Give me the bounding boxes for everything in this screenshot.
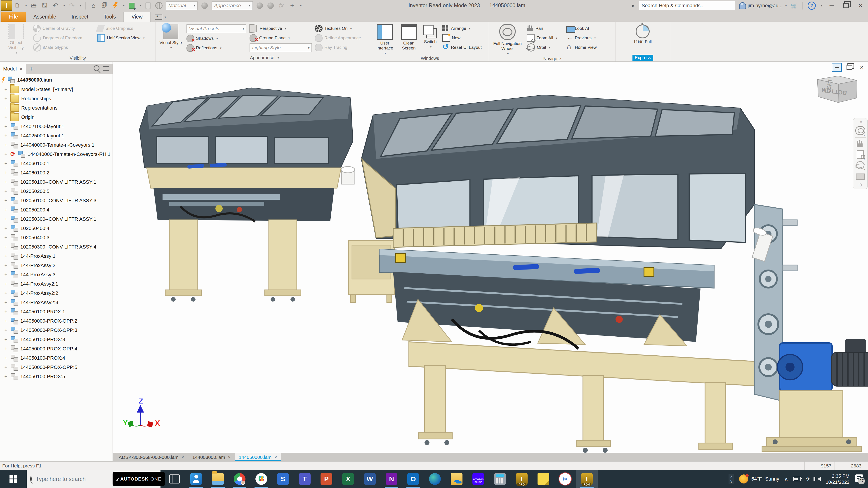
express-lightning-icon[interactable] xyxy=(112,2,119,9)
perspective-button[interactable]: Perspective▾ xyxy=(250,24,312,33)
weather-widget[interactable]: 64°F Sunny xyxy=(739,475,779,484)
expander-icon[interactable] xyxy=(4,124,8,129)
new-window-button[interactable]: New xyxy=(442,34,487,42)
new-file-icon[interactable] xyxy=(13,2,21,9)
expander-icon[interactable] xyxy=(4,337,8,343)
save-icon[interactable] xyxy=(41,2,49,9)
tree-root-item[interactable]: 144050000.iam xyxy=(1,75,113,85)
add-qat-icon[interactable]: + xyxy=(288,2,296,9)
snipping-tool-app[interactable]: ✂ xyxy=(554,470,576,488)
taskbar-search[interactable]: AUTODESKONE xyxy=(27,470,160,488)
ray-tracing-button[interactable]: Ray Tracing xyxy=(315,43,369,52)
expander-icon[interactable] xyxy=(4,142,8,148)
expander-icon[interactable] xyxy=(4,151,8,157)
powerpoint-app[interactable]: P xyxy=(315,470,337,488)
snagit-app[interactable]: S xyxy=(272,470,294,488)
battery-icon[interactable] xyxy=(793,477,801,481)
navbar-zoom-icon[interactable]: ▾ xyxy=(855,150,865,159)
tab-file[interactable]: File xyxy=(1,12,26,22)
app-close-button[interactable]: × xyxy=(855,1,866,10)
visual-presets-select[interactable]: Visual Presets▾ xyxy=(186,24,246,33)
material-dropdown[interactable]: Material▾ xyxy=(166,1,198,10)
expander-icon[interactable] xyxy=(4,272,8,278)
autodesk-one-badge[interactable]: AUTODESKONE xyxy=(113,472,165,486)
pan-button[interactable]: Pan xyxy=(527,24,563,33)
reflections-button[interactable]: Reflections▾ xyxy=(186,44,246,52)
navbar-orbit-icon[interactable]: ▾ xyxy=(855,161,865,169)
panel-label-navigate[interactable]: Navigate xyxy=(489,56,616,62)
expander-icon[interactable] xyxy=(4,188,8,194)
slack-app[interactable] xyxy=(250,470,272,488)
tree-item[interactable]: 144-ProxAssy2:1 xyxy=(4,279,113,289)
expander-icon[interactable] xyxy=(4,263,8,268)
refine-appearance-button[interactable]: Refine Appearance xyxy=(315,34,369,42)
start-button[interactable] xyxy=(0,470,27,488)
home-icon[interactable] xyxy=(90,2,97,9)
object-visibility-button[interactable]: Object Visibility▾ xyxy=(2,24,30,55)
full-navigation-wheel-button[interactable]: Full Navigation Wheel▾ xyxy=(491,24,524,56)
document-tab[interactable]: 144003000.iam xyxy=(188,453,235,461)
web-globe-icon[interactable] xyxy=(155,2,163,9)
panel-label-windows[interactable]: Windows xyxy=(371,55,489,61)
slice-graphics-button[interactable]: Slice Graphics xyxy=(97,24,153,33)
expander-icon[interactable] xyxy=(4,96,8,102)
doc-minimize-button[interactable]: ─ xyxy=(832,63,842,72)
expander-icon[interactable] xyxy=(4,244,8,250)
store-cart-icon[interactable] xyxy=(791,2,798,9)
tree-item[interactable]: 144050000-PROX-OPP:2 xyxy=(4,316,113,326)
doc-close-button[interactable]: × xyxy=(857,64,866,71)
redo-icon[interactable] xyxy=(68,2,76,9)
tree-item[interactable]: 144-ProxAssy2:2 xyxy=(4,289,113,298)
tree-item[interactable]: 144-ProxAssy:1 xyxy=(4,252,113,261)
search-input[interactable] xyxy=(35,476,109,483)
navbar-pan-icon[interactable] xyxy=(855,140,865,148)
sticky-notes-app[interactable] xyxy=(532,470,554,488)
tree-item[interactable]: 144040000-Temate-n-Coveyors:1 xyxy=(4,140,113,150)
undo-icon[interactable] xyxy=(52,2,59,9)
shadows-button[interactable]: Shadows▾ xyxy=(186,34,246,42)
add-browser-tab-icon[interactable]: + xyxy=(29,65,33,72)
browser-tab-model[interactable]: Model xyxy=(0,64,26,74)
tree-item[interactable]: 144025000-layout:1 xyxy=(4,131,113,140)
tree-item[interactable]: 102050400:3 xyxy=(4,233,113,242)
orbit-button[interactable]: Orbit▾ xyxy=(527,43,563,52)
zoom-all-button[interactable]: Zoom All▾ xyxy=(527,34,563,42)
expander-icon[interactable] xyxy=(4,105,8,111)
airplane-mode-icon[interactable]: ✈ xyxy=(806,476,810,482)
tree-item[interactable]: 144050000-PROX-OPP:5 xyxy=(4,363,113,372)
tree-item[interactable]: Origin xyxy=(4,112,113,122)
browser-search-icon[interactable] xyxy=(94,65,99,72)
tree-item[interactable]: 144050000-PROX-OPP:3 xyxy=(4,326,113,335)
excel-app[interactable]: X xyxy=(337,470,359,488)
expander-icon[interactable] xyxy=(4,179,8,185)
tab-inspect[interactable]: Inspect xyxy=(64,12,96,22)
edge-app[interactable] xyxy=(424,470,446,488)
lighting-style-select[interactable]: Lighting Style▾ xyxy=(250,43,312,52)
3d-viewport[interactable]: ─ × LEFT BOTTOM ⊗ ▾ xyxy=(113,62,868,453)
load-full-button[interactable]: Load Full xyxy=(629,24,657,45)
tree-item[interactable]: 144021000-layout:1 xyxy=(4,122,113,131)
app-restore-button[interactable] xyxy=(841,1,851,10)
volume-icon[interactable] xyxy=(815,477,821,481)
expander-icon[interactable] xyxy=(4,327,8,333)
expander-icon[interactable] xyxy=(4,355,8,361)
tab-tools[interactable]: Tools xyxy=(96,12,124,22)
tree-item[interactable]: 144060100:2 xyxy=(4,168,113,177)
onenote-app[interactable]: N xyxy=(381,470,402,488)
navbar-look-at-icon[interactable] xyxy=(855,172,865,180)
tree-item[interactable]: 144-ProxAssy:2 xyxy=(4,261,113,270)
expander-icon[interactable] xyxy=(4,309,8,315)
visibility-toggle-icon[interactable] xyxy=(144,2,152,9)
tree-item[interactable]: 102050200:4 xyxy=(4,205,113,215)
panel-label-visibility[interactable]: Visibility xyxy=(0,55,156,61)
tree-item[interactable]: 102050100--CONV LIFTR ASSY:1 xyxy=(4,177,113,187)
copy-properties-icon[interactable] xyxy=(101,2,108,9)
view-cube[interactable]: LEFT BOTTOM xyxy=(805,74,859,106)
word-app[interactable]: W xyxy=(359,470,381,488)
component-select-icon[interactable] xyxy=(128,2,135,9)
expander-icon[interactable] xyxy=(4,207,8,213)
panel-label-express[interactable]: Express xyxy=(616,54,670,61)
close-tab-icon[interactable] xyxy=(181,454,184,460)
half-section-view-button[interactable]: Half Section View▾ xyxy=(97,34,153,42)
clear-appearance-icon[interactable] xyxy=(267,2,274,9)
